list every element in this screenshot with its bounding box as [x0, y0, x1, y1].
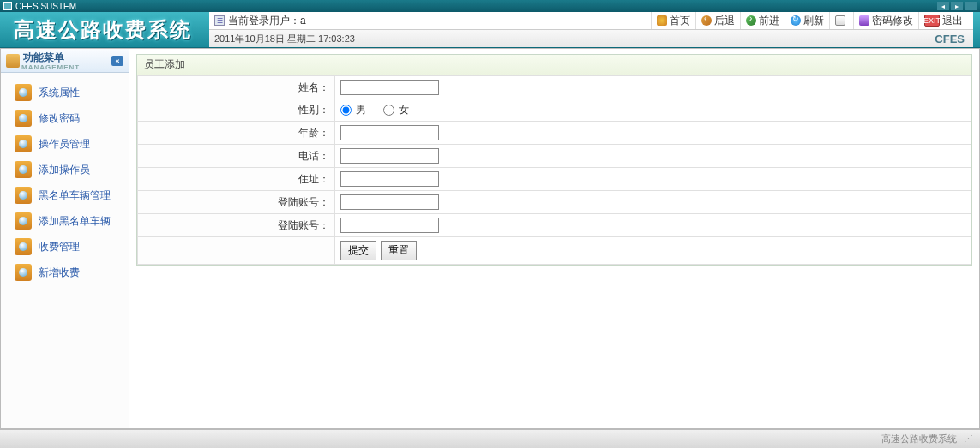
window-title: CFES SUSTEM	[15, 2, 76, 11]
sidebar-item-change-password[interactable]: 修改密码	[1, 105, 129, 131]
sidebar-item-add-operator[interactable]: 添加操作员	[1, 157, 129, 182]
exit-button[interactable]: EXIT 退出	[918, 12, 968, 29]
window-next-button[interactable]: ▸	[951, 2, 963, 10]
sidebar-item-label: 添加黑名单车辆	[39, 214, 111, 229]
sidebar-subtitle: MANAGEMENT	[21, 63, 80, 71]
exit-icon: EXIT	[924, 15, 940, 27]
forward-button[interactable]: 前进	[740, 12, 785, 29]
sidebar-item-label: 收费管理	[39, 240, 80, 254]
gender-male-label: 男	[356, 104, 366, 116]
sidebar-item-label: 新增收费	[39, 266, 80, 280]
submit-button[interactable]: 提交	[340, 241, 376, 260]
brand-badge: CFES	[935, 33, 965, 45]
sidebar-item-add-blacklist-vehicle[interactable]: 添加黑名单车辆	[1, 208, 129, 234]
gender-female-option[interactable]: 女	[383, 104, 409, 116]
item-icon	[15, 238, 32, 255]
sidebar-list: 系统属性 修改密码 操作员管理 添加操作员 黑名单车辆管理 添加黑名单车辆	[1, 73, 129, 428]
sidebar-item-label: 操作员管理	[39, 137, 90, 152]
gender-male-radio[interactable]	[340, 105, 352, 116]
forward-label: 前进	[759, 14, 779, 28]
back-button[interactable]: 后退	[695, 12, 740, 29]
age-input[interactable]	[340, 125, 439, 140]
item-icon	[15, 264, 32, 281]
blank-button[interactable]	[829, 12, 853, 29]
current-user-label: 当前登录用户：a	[228, 14, 306, 28]
item-icon	[15, 212, 32, 230]
buttons-label-cell	[138, 237, 335, 265]
status-bar: 高速公路收费系统 ⋰	[0, 429, 980, 448]
back-icon	[701, 15, 712, 26]
exit-label: 退出	[942, 14, 963, 28]
gender-female-radio[interactable]	[383, 105, 394, 116]
window-title-bar: CFES SUSTEM ◂ ▸	[0, 0, 980, 12]
sidebar-item-label: 修改密码	[39, 111, 80, 126]
status-text: 高速公路收费系统	[881, 433, 957, 445]
name-input[interactable]	[340, 80, 439, 95]
login-account-input-1[interactable]	[340, 194, 439, 210]
item-icon	[15, 84, 32, 101]
item-icon	[15, 135, 32, 152]
sidebar-toggle[interactable]: «	[111, 56, 123, 66]
back-label: 后退	[714, 14, 735, 28]
form-table: 姓名： 性别： 男	[137, 75, 971, 265]
gender-label: 性别：	[138, 99, 335, 122]
app-title: 高速公路收费系统	[14, 16, 192, 44]
home-label: 首页	[670, 14, 690, 28]
sidebar-item-add-toll[interactable]: 新增收费	[1, 260, 129, 285]
gender-female-label: 女	[399, 104, 409, 116]
header: 高速公路收费系统 ☰ 当前登录用户：a 首页 后退 前进 刷新	[0, 12, 980, 48]
sidebar-item-system-props[interactable]: 系统属性	[1, 80, 129, 105]
toolbar: ☰ 当前登录用户：a 首页 后退 前进 刷新	[209, 12, 973, 30]
refresh-icon	[791, 15, 801, 26]
phone-label: 电话：	[138, 145, 335, 168]
phone-input[interactable]	[340, 148, 439, 164]
menu-icon	[6, 54, 20, 68]
login-account-input-2[interactable]	[340, 218, 439, 233]
form-panel: 员工添加 姓名： 性别： 男	[136, 54, 972, 266]
sidebar-item-toll-manage[interactable]: 收费管理	[1, 234, 129, 260]
item-icon	[15, 161, 32, 178]
address-input[interactable]	[340, 171, 439, 187]
window-prev-button[interactable]: ◂	[937, 2, 949, 10]
refresh-button[interactable]: 刷新	[785, 12, 829, 29]
sidebar: 功能菜单 MANAGEMENT « 系统属性 修改密码 操作员管理 添加操作员	[1, 49, 129, 428]
name-label: 姓名：	[138, 76, 335, 99]
refresh-label: 刷新	[803, 14, 824, 28]
forward-icon	[746, 15, 756, 26]
window-close-button[interactable]	[965, 2, 977, 10]
address-label: 住址：	[138, 168, 335, 191]
sidebar-item-label: 添加操作员	[39, 163, 90, 177]
login-account-label-1: 登陆账号：	[138, 191, 335, 214]
sidebar-item-label: 系统属性	[39, 86, 80, 100]
item-icon	[15, 110, 32, 127]
password-icon	[859, 15, 869, 26]
gender-male-option[interactable]: 男	[340, 104, 370, 116]
age-label: 年龄：	[138, 122, 335, 145]
blank-icon	[835, 15, 845, 26]
app-icon	[3, 2, 12, 10]
password-change-button[interactable]: 密码修改	[853, 12, 918, 29]
datetime-label: 2011年10月18日 星期二 17:03:23	[214, 33, 355, 45]
password-label: 密码修改	[872, 14, 913, 28]
sidebar-header: 功能菜单 MANAGEMENT «	[1, 49, 129, 73]
info-bar: 2011年10月18日 星期二 17:03:23 CFES	[209, 30, 973, 47]
main-content: 员工添加 姓名： 性别： 男	[129, 49, 979, 428]
item-icon	[15, 187, 32, 204]
home-button[interactable]: 首页	[651, 12, 695, 29]
sidebar-item-blacklist-vehicle-manage[interactable]: 黑名单车辆管理	[1, 182, 129, 208]
home-icon	[657, 15, 667, 26]
resize-grip[interactable]: ⋰	[964, 433, 971, 445]
panel-title: 员工添加	[137, 55, 971, 75]
user-icon: ☰	[214, 15, 225, 26]
sidebar-item-operator-manage[interactable]: 操作员管理	[1, 131, 129, 157]
reset-button[interactable]: 重置	[381, 241, 417, 260]
sidebar-item-label: 黑名单车辆管理	[39, 188, 111, 203]
login-account-label-2: 登陆账号：	[138, 214, 335, 237]
